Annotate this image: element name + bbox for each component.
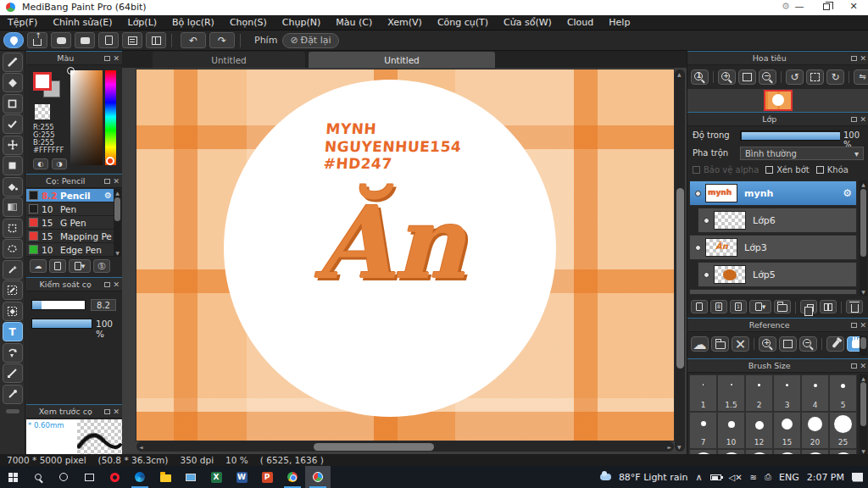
zoom-out-button[interactable]: −	[759, 69, 776, 85]
close-button[interactable]: ✕	[841, 0, 866, 14]
tray-chevron-icon[interactable]: ∧	[695, 472, 702, 483]
bucket-tool[interactable]	[3, 177, 23, 197]
visibility-toggle[interactable]	[698, 218, 714, 224]
layer-list-scrollbar[interactable]: ▲ ▼	[860, 180, 867, 296]
add-1bit-layer-button[interactable]: 1	[730, 300, 747, 313]
menu-color[interactable]: Màu (C)	[328, 15, 380, 30]
close-icon[interactable]: ✕	[113, 280, 120, 289]
close-icon[interactable]: ✕	[113, 54, 120, 63]
reset-rotation-button[interactable]	[806, 69, 824, 85]
close-icon[interactable]: ✕	[113, 408, 120, 416]
weather-text[interactable]: 88°F Light rain	[619, 472, 688, 483]
popout-icon[interactable]	[104, 282, 110, 287]
brush-size-slider[interactable]	[31, 300, 86, 310]
material-panel-button[interactable]	[122, 32, 142, 48]
reference-zoom-out-button[interactable]: −	[799, 336, 817, 352]
folder-button[interactable]	[774, 300, 791, 313]
visibility-toggle[interactable]	[690, 245, 705, 251]
zoom-100-button[interactable]: 1	[691, 69, 709, 85]
popout-icon[interactable]	[851, 323, 857, 328]
popout-icon[interactable]	[104, 409, 110, 414]
color-history-button[interactable]: ◑	[52, 158, 67, 169]
zoom-in-button[interactable]: +	[718, 69, 736, 85]
flip-view-button[interactable]: ⇋	[854, 69, 868, 85]
menu-help[interactable]: Help	[601, 15, 637, 30]
close-icon[interactable]: ✕	[860, 115, 866, 124]
hue-bar[interactable]	[105, 70, 116, 165]
rotate-right-button[interactable]: ↻	[826, 69, 844, 85]
redo-button[interactable]: ↷	[209, 32, 235, 48]
hscroll-handle[interactable]	[314, 443, 434, 451]
menu-view[interactable]: Xem(V)	[380, 15, 430, 30]
cloud-brush-button[interactable]: ☁	[30, 259, 47, 273]
reference-eyedropper-button[interactable]	[826, 336, 844, 352]
add-8bit-layer-button[interactable]: 8	[710, 300, 727, 313]
rotate-left-button[interactable]: ↺	[786, 69, 804, 85]
layer-row-lop6[interactable]: Lớp6	[698, 208, 857, 233]
document-tab-1[interactable]: Untitled	[153, 52, 305, 68]
size-cell-5[interactable]: 5	[829, 374, 857, 412]
brush-row-pen[interactable]: 10 Pen	[26, 202, 114, 216]
menu-edit[interactable]: Chỉnh sửa(E)	[45, 15, 120, 30]
brush-row-edge[interactable]: 10 Edge Pen	[26, 243, 114, 257]
size-cell-7[interactable]: 7	[689, 412, 717, 449]
saturation-value-box[interactable]	[70, 70, 103, 165]
palette-edit-button[interactable]	[146, 32, 166, 48]
reference-fit-button[interactable]	[779, 336, 797, 352]
size-cell-4[interactable]: 4	[801, 374, 829, 412]
taskbar-powerpoint[interactable]: P	[254, 466, 280, 488]
popout-icon[interactable]	[851, 56, 857, 61]
brush-list-scrollbar[interactable]: ▲ ▼	[114, 189, 121, 257]
magic-wand-tool[interactable]	[3, 260, 23, 280]
menu-window[interactable]: Cửa sổ(W)	[496, 15, 559, 30]
task-view-button[interactable]	[76, 466, 102, 488]
taskbar-excel[interactable]: X	[203, 466, 229, 488]
size-cell-1-5[interactable]: 1.5	[717, 374, 745, 412]
close-icon[interactable]: ✕	[860, 54, 866, 63]
layer-row-partial[interactable]	[689, 289, 857, 295]
brush-opacity-slider[interactable]	[31, 319, 92, 329]
select-pen-tool[interactable]	[3, 280, 23, 300]
layer-row-lop3[interactable]: Lớp3	[689, 235, 857, 260]
select-eraser-tool[interactable]	[3, 302, 23, 321]
eyedropper-tool[interactable]	[3, 385, 23, 404]
close-icon[interactable]: ✕	[860, 321, 866, 330]
navigator-thumbnail[interactable]	[764, 90, 793, 111]
brush-row-mapping[interactable]: 15 Mapping Pe	[26, 230, 114, 243]
taskbar-file-explorer[interactable]	[153, 466, 178, 488]
menu-cloud[interactable]: Cloud	[559, 15, 601, 30]
duplicate-layer-button[interactable]	[800, 300, 817, 313]
taskbar-medibang[interactable]	[305, 466, 331, 488]
battery-icon[interactable]	[710, 474, 721, 480]
reference-zoom-in-button[interactable]: +	[759, 336, 776, 352]
add-layer-button[interactable]	[691, 300, 708, 313]
add-layer-menu-button[interactable]: ▾	[749, 300, 771, 313]
size-cell-3[interactable]: 3	[773, 374, 801, 412]
brush-mode-button[interactable]	[3, 32, 24, 48]
divide-tool[interactable]	[3, 363, 23, 383]
size-cell-1[interactable]: 1	[689, 374, 717, 412]
eraser-tool[interactable]	[3, 73, 23, 92]
layer-settings-gear-icon[interactable]: ⚙	[843, 187, 852, 199]
move-tool[interactable]	[3, 136, 23, 155]
document-tab-2-active[interactable]: Untitled	[309, 52, 495, 68]
device-icon[interactable]: ⎙	[765, 472, 771, 482]
comment-button[interactable]	[51, 32, 71, 48]
document-button[interactable]	[98, 32, 119, 48]
layer-row-lop5[interactable]: Lớp5	[698, 262, 857, 287]
popout-icon[interactable]	[104, 179, 110, 184]
visibility-toggle[interactable]	[698, 272, 714, 278]
canvas-horizontal-scrollbar[interactable]: ◄ ►	[136, 441, 674, 452]
close-icon[interactable]: ✕	[113, 177, 120, 186]
size-cell-2[interactable]: 2	[745, 374, 773, 412]
duplicate-brush-button[interactable]: ▾	[69, 259, 91, 273]
gradient-tool[interactable]	[3, 197, 23, 217]
menu-layer[interactable]: Lớp(L)	[120, 15, 165, 30]
maximize-button[interactable]	[814, 0, 839, 14]
notification-center-icon[interactable]	[852, 473, 863, 482]
brush-size-scrollbar[interactable]: ▲ ▼	[860, 374, 867, 455]
reference-open-button[interactable]	[711, 336, 729, 352]
taskbar-opera[interactable]	[102, 466, 127, 488]
minimize-button[interactable]: —	[787, 0, 812, 14]
taskbar-this-pc[interactable]	[178, 466, 203, 488]
